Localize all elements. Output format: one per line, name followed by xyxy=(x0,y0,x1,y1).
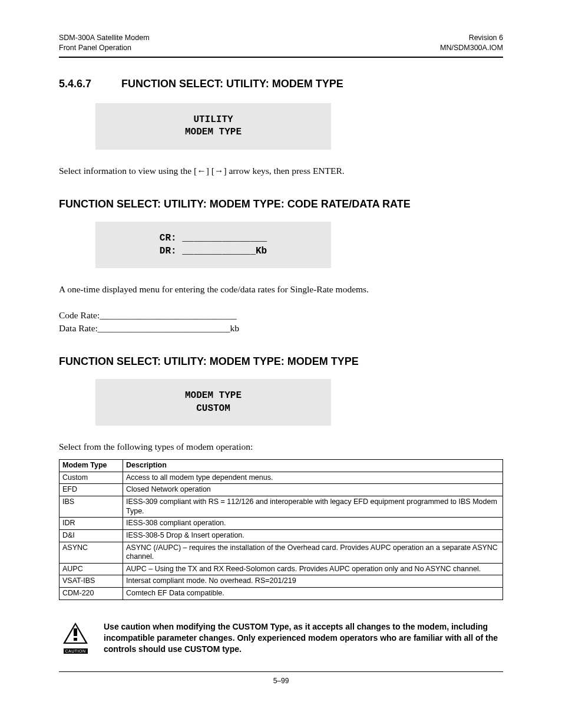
code-rate-blank: ______________________________ xyxy=(100,310,237,320)
header-product: SDM-300A Satellite Modem xyxy=(59,33,150,43)
cell-desc: Closed Network operation xyxy=(123,484,503,496)
table-row: ASYNCASYNC (/AUPC) – requires the instal… xyxy=(59,542,503,563)
table-row: IBSIESS-309 compliant with RS = 112/126 … xyxy=(59,496,503,518)
cell-desc: Access to all modem type dependent menus… xyxy=(123,472,503,484)
section-heading: 5.4.6.7 FUNCTION SELECT: UTILITY: MODEM … xyxy=(59,78,503,90)
cell-desc: IESS-308 compliant operation. xyxy=(123,518,503,530)
cell-type: IBS xyxy=(59,496,123,518)
page-header: SDM-300A Satellite Modem Front Panel Ope… xyxy=(59,33,503,53)
section-title: FUNCTION SELECT: UTILITY: MODEM TYPE xyxy=(121,78,343,90)
cell-type: CDM-220 xyxy=(59,588,123,600)
arrow-left-icon: ← xyxy=(197,166,206,176)
section-number: 5.4.6.7 xyxy=(59,78,121,90)
cell-type: VSAT-IBS xyxy=(59,575,123,588)
cell-type: Custom xyxy=(59,472,123,484)
cell-type: IDR xyxy=(59,518,123,530)
footer-rule xyxy=(59,671,503,672)
caution-label: CAUTION xyxy=(64,648,88,654)
rate-fields: Code Rate:______________________________… xyxy=(59,309,503,334)
cell-type: EFD xyxy=(59,484,123,496)
cell-desc: Comtech EF Data compatible. xyxy=(123,588,503,600)
lcd-display-utility: UTILITY MODEM TYPE xyxy=(95,103,331,150)
col-header-type: Modem Type xyxy=(59,460,123,472)
header-section: Front Panel Operation xyxy=(59,43,150,53)
table-row: VSAT-IBSIntersat compliant mode. No over… xyxy=(59,575,503,588)
cell-desc: AUPC – Using the TX and RX Reed-Solomon … xyxy=(123,563,503,575)
cell-type: ASYNC xyxy=(59,542,123,563)
svg-rect-2 xyxy=(74,628,77,636)
arrow-right-icon: → xyxy=(214,166,224,176)
data-rate-unit: kb xyxy=(230,323,240,333)
cell-type: AUPC xyxy=(59,563,123,575)
cell-desc: Intersat compliant mode. No overhead. RS… xyxy=(123,575,503,588)
instruction-text: Select information to view using the [←]… xyxy=(59,165,503,177)
header-docnum: MN/SDM300A.IOM xyxy=(440,43,503,53)
caution-icon: CAUTION xyxy=(59,621,92,655)
caution-text: Use caution when modifying the CUSTOM Ty… xyxy=(104,621,503,655)
table-row: AUPCAUPC – Using the TX and RX Reed-Solo… xyxy=(59,563,503,575)
modemtype-intro: Select from the following types of modem… xyxy=(59,441,503,453)
svg-rect-3 xyxy=(74,638,77,641)
table-row: CustomAccess to all modem type dependent… xyxy=(59,472,503,484)
cell-desc: IESS-309 compliant with RS = 112/126 and… xyxy=(123,496,503,518)
table-row: IDRIESS-308 compliant operation. xyxy=(59,518,503,530)
subheading-coderate: FUNCTION SELECT: UTILITY: MODEM TYPE: CO… xyxy=(59,197,503,211)
table-row: CDM-220Comtech EF Data compatible. xyxy=(59,588,503,600)
cell-desc: ASYNC (/AUPC) – requires the installatio… xyxy=(123,542,503,563)
subheading-modemtype: FUNCTION SELECT: UTILITY: MODEM TYPE: MO… xyxy=(59,355,503,368)
header-revision: Revision 6 xyxy=(440,33,503,43)
cell-type: D&I xyxy=(59,529,123,542)
table-row: EFDClosed Network operation xyxy=(59,484,503,496)
header-rule xyxy=(59,57,503,58)
cell-desc: IESS-308-5 Drop & Insert operation. xyxy=(123,529,503,542)
crdr-description: A one-time displayed menu for entering t… xyxy=(59,284,503,296)
lcd-display-crdr: CR: _______________ DR: _____________Kb xyxy=(95,222,331,268)
col-header-desc: Description xyxy=(123,460,503,472)
data-rate-label: Data Rate: xyxy=(59,323,98,333)
code-rate-label: Code Rate: xyxy=(59,310,100,320)
lcd-display-modemtype: MODEM TYPE CUSTOM xyxy=(95,379,331,426)
caution-block: CAUTION Use caution when modifying the C… xyxy=(59,621,503,655)
modem-type-table: Modem Type Description CustomAccess to a… xyxy=(59,459,503,600)
page-number: 5–99 xyxy=(59,677,503,685)
data-rate-blank: _____________________________ xyxy=(98,323,230,333)
table-row: D&IIESS-308-5 Drop & Insert operation. xyxy=(59,529,503,542)
